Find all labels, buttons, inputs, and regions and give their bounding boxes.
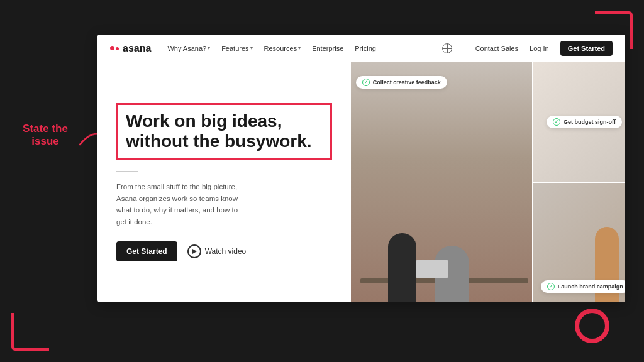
hero-right-bottom-image: ✓ Launch brand campaign [532,182,625,302]
hero-actions: Get Started Watch video [116,241,332,261]
laptop-element [416,260,448,278]
nav-get-started-button[interactable]: Get Started [560,41,613,56]
task-chip-launch: ✓ Launch brand campaign [541,280,625,293]
nav-why-asana[interactable]: Why Asana? ▾ [167,45,210,52]
logo-dot-small [116,47,119,50]
globe-icon[interactable] [442,43,452,53]
hero-watch-video-button[interactable]: Watch video [187,244,247,258]
play-triangle [192,249,197,254]
hero-section: Work on big ideas, without the busywork.… [97,62,625,302]
nav-pricing[interactable]: Pricing [355,45,376,52]
browser-window: asana Why Asana? ▾ Features ▾ Resources … [97,35,625,302]
check-icon: ✓ [547,283,555,290]
task-chip-budget: ✓ Get budget sign-off [547,116,622,128]
task-chip-creative-feedback: ✓ Collect creative feedback [356,76,447,89]
check-icon: ✓ [553,118,560,126]
hero-get-started-button[interactable]: Get Started [116,241,177,261]
nav-features[interactable]: Features ▾ [221,45,252,52]
navbar: asana Why Asana? ▾ Features ▾ Resources … [97,35,625,62]
workspace-image: ✓ Collect creative feedback [351,62,538,302]
annotation-text: State the issue [14,123,77,148]
hero-headline: Work on big ideas, without the busywork. [116,103,332,160]
circle-decoration-bottom-right [575,309,609,343]
nav-divider [464,43,464,53]
check-icon: ✓ [362,79,370,86]
nav-enterprise[interactable]: Enterprise [312,45,343,52]
play-icon [187,244,201,258]
chevron-down-icon: ▾ [208,45,210,51]
logo[interactable]: asana [110,43,151,54]
chevron-down-icon: ▾ [250,45,253,51]
hero-left: Work on big ideas, without the busywork.… [97,62,351,302]
hero-main-image: ✓ Collect creative feedback [351,62,538,302]
chevron-down-icon: ▾ [298,45,301,51]
logo-text: asana [123,43,151,54]
hero-body-text: From the small stuff to the big picture,… [116,181,248,228]
logo-icon [110,46,119,50]
logo-dot-large [110,46,114,50]
hero-divider [116,171,138,172]
hero-right-images: ✓ Get budget sign-off ✓ Launch brand cam… [532,62,625,302]
nav-log-in[interactable]: Log In [530,45,549,52]
corner-decoration-bottom-left [11,313,49,351]
hero-right-top-image: ✓ Get budget sign-off [532,62,625,182]
nav-contact-sales[interactable]: Contact Sales [475,45,518,52]
hero-image-area: ✓ Collect creative feedback ✓ Get budget… [351,62,625,302]
person-silhouette-1 [388,233,416,302]
nav-resources[interactable]: Resources ▾ [264,45,301,52]
